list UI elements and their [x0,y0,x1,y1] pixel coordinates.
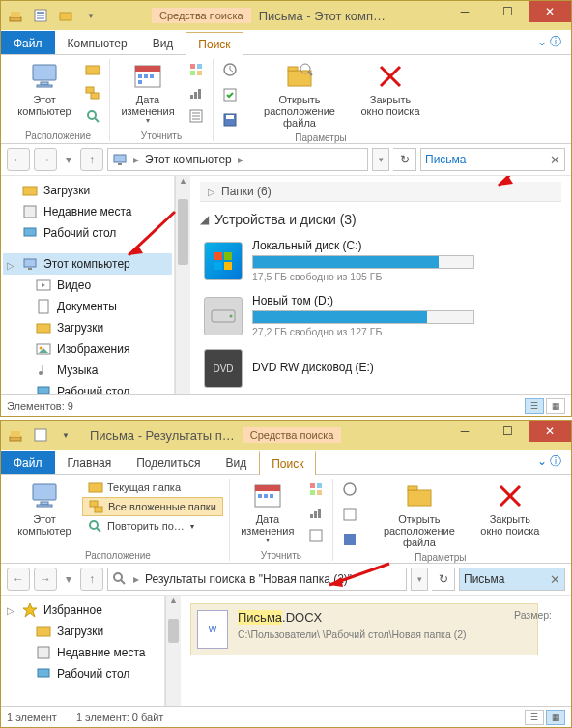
current-folder-button[interactable]: Текущая папка [82,479,186,496]
svg-point-66 [230,314,233,317]
tree-this-pc[interactable]: ▷Этот компьютер [3,253,172,275]
system-menu-icon[interactable] [5,424,26,446]
small-search-again-icon[interactable] [82,105,103,127]
recent-searches-icon[interactable] [339,479,360,500]
advanced-options-icon[interactable] [219,84,241,105]
tree-images[interactable]: Изображения [3,338,172,360]
drive-dvd[interactable]: DVD DVD RW дисковод (E:) [200,343,561,393]
date-modified-button[interactable]: Дата изменения ▾ [116,59,180,126]
minimize-button[interactable]: ─ [443,1,486,22]
search-again-button[interactable]: Повторить по…▾ [82,517,200,535]
qat-new-folder-icon[interactable] [55,5,76,26]
back-button[interactable]: ← [7,148,30,171]
clear-search-icon[interactable]: ✕ [550,572,560,587]
tree-desktop[interactable]: Рабочий стол [3,222,172,244]
recent-dropdown[interactable]: ▾ [61,148,76,171]
qat-properties-icon[interactable] [30,5,51,26]
tree-recent[interactable]: Недавние места [3,201,172,222]
ribbon-help-icon[interactable]: ⌄ ⓘ [533,450,565,474]
tab-search[interactable]: Поиск [186,32,243,55]
other-filter-icon[interactable] [305,525,327,546]
forward-button[interactable]: → [34,568,57,591]
tree-documents[interactable]: Документы [3,296,172,317]
tab-view[interactable]: Вид [213,451,259,474]
up-button[interactable]: ↑ [80,148,103,171]
tab-search[interactable]: Поиск [259,451,316,475]
drive-c[interactable]: Локальный диск (C:) 17,5 ГБ свободно из … [200,233,561,288]
close-search-button[interactable]: Закрыть окно поиска [358,59,422,117]
group-params-label: Параметры [415,552,466,563]
tab-view[interactable]: Вид [140,31,186,54]
kind-filter-icon[interactable] [186,59,207,80]
close-search-button[interactable]: Закрыть окно поиска [478,479,542,537]
tree-downloads[interactable]: Загрузки [3,621,162,642]
tree-recent[interactable]: Недавние места [3,642,162,663]
tree-desktop2[interactable]: Рабочий стол [3,381,172,394]
breadcrumb[interactable]: ▸ Результаты поиска в "Новая папка (2)" [107,568,407,591]
refresh-button[interactable]: ↻ [432,568,455,591]
breadcrumb[interactable]: ▸ Этот компьютер ▸ [107,148,368,171]
search-input[interactable]: Письма ✕ [420,148,565,171]
view-details-button[interactable]: ☰ [525,710,544,725]
view-icons-button[interactable]: ▦ [546,398,565,414]
other-filter-icon[interactable] [186,105,207,127]
search-input[interactable]: Письма ✕ [459,568,565,591]
tree-scrollbar[interactable]: ▲ [175,176,190,394]
qat-dropdown-icon[interactable]: ▼ [80,5,101,26]
advanced-options-icon[interactable] [339,504,360,525]
close-button[interactable]: ✕ [529,1,571,22]
system-menu-icon[interactable] [5,5,26,26]
this-pc-button[interactable]: Этот компьютер [13,59,76,117]
small-folder-icon[interactable] [82,59,103,80]
recent-dropdown[interactable]: ▾ [61,568,76,591]
date-modified-button[interactable]: Дата изменения ▾ [236,479,300,545]
maximize-button[interactable]: ☐ [486,421,529,442]
recent-searches-icon[interactable] [219,59,241,80]
nav-tree[interactable]: Загрузки Недавние места Рабочий стол ▷Эт… [1,176,175,394]
view-details-button[interactable]: ☰ [525,398,544,414]
tab-file[interactable]: Файл [1,451,55,474]
size-filter-icon[interactable] [305,502,327,523]
tab-home[interactable]: Главная [55,451,125,474]
tree-music[interactable]: Музыка [3,360,172,381]
ribbon: Этот компьютер Текущая папка Все вложенн… [1,475,571,564]
tree-scrollbar[interactable]: ▲ [165,596,181,706]
qat-dropdown-icon[interactable]: ▼ [55,424,76,446]
tree-downloads2[interactable]: Загрузки [3,317,172,338]
refresh-button[interactable]: ↻ [393,148,416,171]
clear-search-icon[interactable]: ✕ [550,153,560,167]
ribbon-help-icon[interactable]: ⌄ ⓘ [533,30,565,54]
back-button[interactable]: ← [7,568,30,591]
svg-rect-72 [11,431,20,437]
tab-computer[interactable]: Компьютер [55,31,140,54]
up-button[interactable]: ↑ [80,568,103,591]
all-subfolders-button[interactable]: Все вложенные папки [82,497,223,516]
qat-properties-icon[interactable] [30,424,51,446]
minimize-button[interactable]: ─ [443,421,486,442]
folders-header[interactable]: ▷Папки (6) [200,182,561,202]
devices-header[interactable]: ◢Устройства и диски (3) [200,212,561,227]
save-search-icon[interactable] [339,529,360,550]
close-button[interactable]: ✕ [529,421,571,442]
view-icons-button[interactable]: ▦ [546,710,565,725]
result-item[interactable]: W Письма.DOCX C:\Пользователи\ \Рабочий … [190,603,538,655]
forward-button[interactable]: → [34,148,57,171]
open-location-button[interactable]: Открыть расположение файла [246,59,353,129]
tree-favorites[interactable]: ▷Избранное [3,599,162,621]
tree-videos[interactable]: Видео [3,275,172,296]
nav-tree[interactable]: ▷Избранное Загрузки Недавние места Рабоч… [1,596,165,706]
size-filter-icon[interactable] [186,82,207,103]
open-location-button[interactable]: Открыть расположение файла [366,479,472,548]
small-subfolder-icon[interactable] [82,82,103,103]
tree-downloads[interactable]: Загрузки [3,180,172,201]
tree-desktop[interactable]: Рабочий стол [3,663,162,684]
crumb-dropdown[interactable]: ▾ [411,568,428,591]
tab-share[interactable]: Поделиться [124,451,213,474]
drive-d[interactable]: Новый том (D:) 27,2 ГБ свободно из 127 Г… [200,288,561,343]
crumb-dropdown[interactable]: ▾ [372,148,389,171]
maximize-button[interactable]: ☐ [486,1,529,22]
kind-filter-icon[interactable] [305,479,327,500]
this-pc-button[interactable]: Этот компьютер [13,479,76,537]
save-search-icon[interactable] [219,109,241,131]
tab-file[interactable]: Файл [1,31,55,54]
